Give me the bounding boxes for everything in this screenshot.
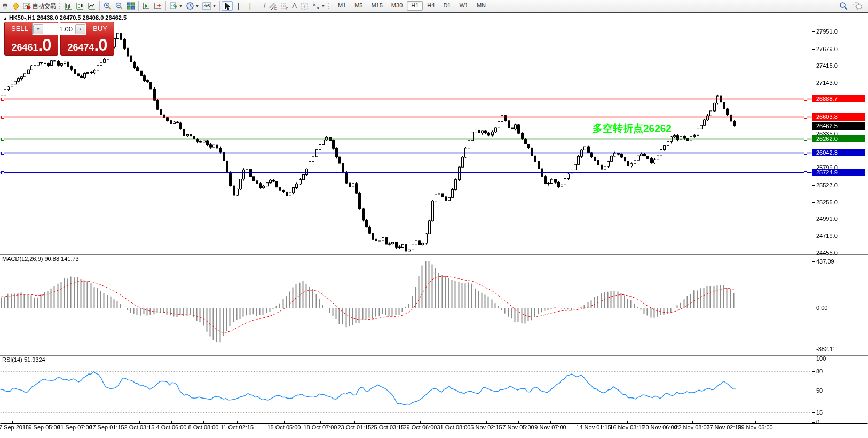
toolbar-separator: [165, 1, 166, 11]
auto-scroll-icon[interactable]: [140, 1, 152, 11]
timeframe-w1[interactable]: W1: [455, 1, 472, 11]
volume-input[interactable]: [44, 23, 75, 35]
date-label: 11 Oct 02:15: [220, 424, 254, 431]
date-label: 21 Sep 07:00: [57, 424, 92, 431]
timeframe-m1[interactable]: M1: [334, 1, 350, 11]
macd-axis-label: 437.09: [816, 258, 834, 265]
one-click-trade-panel: SELL 26461.0 BUY 26474.0 ▼ ▲: [4, 22, 114, 56]
date-label: 5 Nov 02:15: [470, 424, 502, 431]
pane-splitter[interactable]: [0, 353, 868, 356]
date-label: 29 Nov 05:00: [738, 424, 772, 431]
rsi-axis-label: 15: [816, 409, 823, 416]
svg-text:T: T: [303, 4, 306, 9]
date-label: 23 Oct 01:15: [338, 424, 372, 431]
timeframe-h1[interactable]: H1: [407, 1, 423, 11]
price-tick-label: 25255.0: [816, 199, 838, 205]
toolbar-grip: [328, 2, 330, 10]
price-tick-label: 25527.0: [816, 182, 838, 188]
date-label: 17 Sep 2018: [0, 424, 29, 431]
chevron-down-icon: ▼: [195, 4, 199, 8]
channel-tool[interactable]: E: [267, 1, 279, 11]
price-line-tag: 26888.7: [812, 95, 865, 102]
chart-annotation: 多空转折点26262: [593, 122, 672, 136]
search-icon[interactable]: [839, 2, 848, 10]
zoom-in-icon[interactable]: [101, 1, 113, 11]
macd-axis-label: -382.11: [816, 346, 836, 352]
rsi-axis-label: 0: [816, 419, 819, 425]
svg-text:E: E: [274, 7, 277, 10]
date-label: 31 Oct 08:00: [437, 424, 471, 431]
chart-candles-icon[interactable]: [74, 1, 86, 11]
timeframe-mn[interactable]: MN: [472, 1, 490, 11]
macd-values: 90.88 141.73: [44, 256, 78, 262]
volume-stepper: ▼ ▲: [32, 23, 86, 35]
chart-canvas[interactable]: [0, 0, 868, 438]
date-label: 25 Oct 03:15: [371, 424, 405, 431]
date-label: 14 Nov 01:15: [576, 424, 611, 431]
rsi-axis-label: 100: [816, 355, 826, 362]
tile-windows-icon[interactable]: [125, 1, 137, 11]
price-tick-label: 24455.0: [816, 250, 838, 256]
label-tool[interactable]: T: [298, 1, 310, 11]
price-line-tag: 26042.3: [812, 149, 865, 156]
cursor-tool[interactable]: [222, 1, 233, 11]
sell-price-dec: .0: [38, 36, 51, 55]
toolbar-separator: [99, 1, 100, 11]
price-tick-label: 27143.0: [816, 79, 838, 86]
timeframe-h4[interactable]: H4: [423, 1, 439, 11]
price-line-tag: 26603.8: [812, 113, 865, 121]
chart-bars-icon[interactable]: [62, 1, 74, 11]
chart-title: ▲HK50-,H1 26438.0 26470.5 26408.0 26462.…: [3, 14, 127, 21]
pane-splitter[interactable]: [0, 252, 868, 255]
date-label: 2 Oct 03:15: [124, 424, 155, 431]
price-tick-label: 27679.0: [816, 46, 838, 52]
mt4-window: 单 自动交易: [0, 0, 868, 438]
text-tool[interactable]: A: [290, 1, 298, 11]
timeframe-m5[interactable]: M5: [350, 1, 367, 11]
macd-axis-label: 0.00: [816, 305, 827, 311]
fibonacci-tool[interactable]: F: [279, 1, 290, 11]
crosshair-tool[interactable]: [233, 1, 244, 11]
zoom-out-icon[interactable]: [113, 1, 125, 11]
date-label: 18 Oct 07:00: [304, 424, 337, 431]
chart-shift-icon[interactable]: [152, 1, 164, 11]
timeframe-d1[interactable]: D1: [439, 1, 455, 11]
window-border: [0, 12, 868, 13]
date-label: 27 Sep 01:15: [89, 424, 124, 431]
toolbar-separator: [138, 1, 139, 11]
rsi-legend: RSI(14) 51.9324: [2, 356, 45, 363]
date-label: 15 Oct 05:00: [267, 424, 301, 431]
toolbar-separator: [219, 1, 220, 11]
vertical-line-tool[interactable]: |: [248, 1, 252, 11]
autotrade-button[interactable]: 自动交易: [21, 1, 58, 11]
diamond-icon[interactable]: [10, 1, 21, 11]
rsi-axis-label: 80: [816, 368, 823, 375]
date-label: 29 Oct 06:00: [404, 424, 437, 431]
rsi-value: 51.9324: [24, 356, 45, 363]
autotrade-label: 自动交易: [33, 2, 56, 10]
date-label: 4 Oct 06:00: [156, 424, 187, 431]
trendline-tool[interactable]: /: [262, 1, 267, 11]
new-order-label[interactable]: 单: [0, 2, 10, 10]
date-label: 16 Nov 03:15: [610, 424, 644, 431]
timeframe-m30[interactable]: M30: [387, 1, 407, 11]
indicators-button[interactable]: ▼: [201, 1, 218, 11]
chat-icon[interactable]: [853, 2, 863, 10]
collapse-triangle-icon[interactable]: ▲: [3, 16, 7, 21]
date-label: 22 Nov 08:00: [675, 424, 709, 431]
chevron-down-icon: ▼: [212, 4, 216, 8]
timeframe-m15[interactable]: M15: [367, 1, 386, 11]
volume-decrease-button[interactable]: ▼: [33, 24, 43, 34]
date-label: 27 Nov 02:15: [706, 424, 741, 431]
buy-price-int: 26474: [68, 42, 94, 53]
date-label: 19 Sep 05:00: [25, 424, 60, 431]
new-chart-button[interactable]: ▼: [168, 1, 184, 11]
horizontal-line-tool[interactable]: —: [252, 1, 262, 11]
price-line-tag: 26262.0: [812, 135, 865, 142]
date-label: 9 Nov 07:00: [534, 424, 566, 431]
periods-clock-button[interactable]: ▼: [184, 1, 201, 11]
chart-line-icon[interactable]: [86, 1, 98, 11]
shapes-tool[interactable]: ▼: [310, 1, 327, 11]
rsi-axis-label: 50: [816, 387, 823, 394]
volume-increase-button[interactable]: ▲: [75, 24, 85, 34]
